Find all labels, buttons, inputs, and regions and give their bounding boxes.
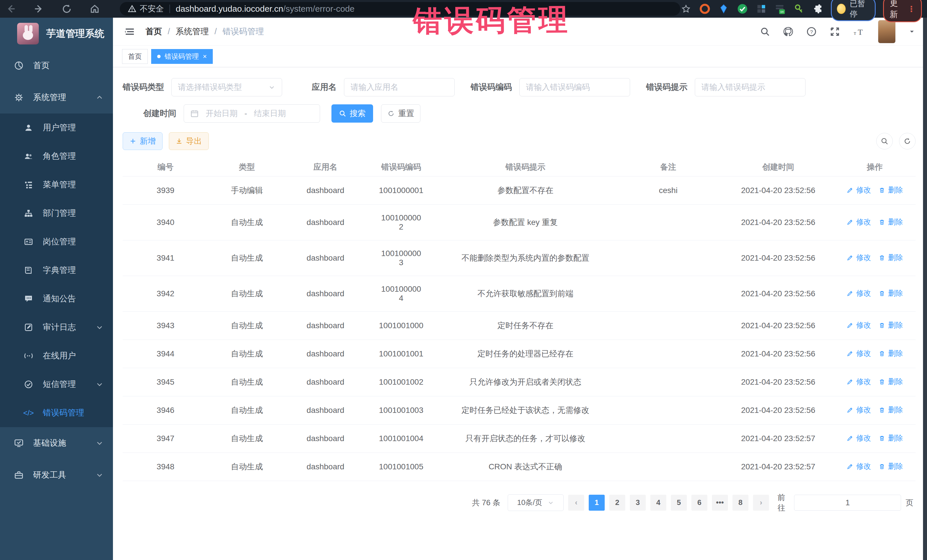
delete-link[interactable]: 删除 [878,405,903,415]
fullscreen-icon[interactable] [830,26,840,37]
warning-icon [128,5,136,13]
tab-home[interactable]: 首页 [122,49,148,64]
edit-link[interactable]: 修改 [846,433,871,443]
delete-link[interactable]: 删除 [878,288,903,298]
browser-forward-icon[interactable] [33,3,44,15]
extension-key-icon[interactable] [793,3,805,15]
extension-orange-icon[interactable] [699,3,711,15]
font-size-icon[interactable]: тT [853,26,865,37]
security-warning[interactable]: 不安全 [128,3,164,14]
page-button-4[interactable]: 4 [650,495,666,511]
sidebar-item-notices[interactable]: 通知公告 [0,285,113,313]
date-range-picker[interactable]: 开始日期 - 结束日期 [184,104,320,123]
sidebar-item-label: 短信管理 [43,379,76,390]
prev-page-button[interactable]: ‹ [568,495,584,511]
app-name-input[interactable] [351,83,448,92]
extension-gem-icon[interactable] [718,3,729,15]
search-button[interactable]: 搜索 [331,104,373,123]
sidebar-item-error-codes[interactable]: </> 错误码管理 [0,399,113,427]
error-code-input[interactable] [526,83,623,92]
delete-link[interactable]: 删除 [878,185,903,195]
sidebar-item-home[interactable]: 首页 [0,50,113,82]
tab-close-icon[interactable]: × [203,53,207,60]
app-logo-row[interactable]: 芋道管理系统 [0,18,113,50]
toggle-search-button[interactable] [876,133,893,149]
add-button-label: 新增 [140,136,156,147]
edit-link[interactable]: 修改 [846,253,871,263]
delete-link[interactable]: 删除 [878,253,903,263]
edit-link[interactable]: 修改 [846,461,871,471]
tab-error-codes[interactable]: 错误码管理 × [151,49,213,64]
address-bar[interactable]: 不安全 dashboard.yudao.iocoder.cn/system/er… [120,2,680,16]
sidebar-item-menus[interactable]: 菜单管理 [0,170,113,199]
page-button-6[interactable]: 6 [691,495,707,511]
page-size-select[interactable]: 10条/页 [508,495,564,511]
sidebar-item-system[interactable]: 系统管理 [0,82,113,114]
browser-update-button[interactable]: 更新 ⋮ [883,0,922,22]
sidebar-item-audit-log[interactable]: 审计日志 [0,313,113,341]
header-search-icon[interactable] [760,27,770,37]
cell-hint: 参数配置不存在 [437,176,614,205]
edit-link[interactable]: 修改 [846,320,871,330]
user-menu-caret-icon[interactable] [908,28,916,35]
page-button-3[interactable]: 3 [630,495,646,511]
table-row: 3944自动生成dashboard1001001001定时任务的处理器已经存在2… [123,340,916,368]
page-button-8[interactable]: 8 [732,495,748,511]
sidebar-item-online-users[interactable]: 在线用户 [0,341,113,370]
paused-label: 已暂停 [850,0,870,19]
browser-home-icon[interactable] [89,3,100,15]
delete-link[interactable]: 删除 [878,433,903,443]
browser-reload-icon[interactable] [61,3,73,15]
extension-green-check-icon[interactable] [737,3,748,15]
github-icon[interactable] [783,26,793,37]
sidebar-item-roles[interactable]: 角色管理 [0,142,113,170]
bookmark-star-icon[interactable] [680,3,692,15]
cell-app: dashboard [286,452,365,481]
edit-link[interactable]: 修改 [846,185,871,195]
sidebar-item-users[interactable]: 用户管理 [0,114,113,142]
browser-back-icon[interactable] [5,3,17,15]
browser-menu-icon[interactable]: ⋮ [907,4,915,14]
extension-on-badge-icon[interactable]: on [774,3,786,15]
delete-link[interactable]: 删除 [878,217,903,227]
page-button-5[interactable]: 5 [671,495,687,511]
breadcrumb-home[interactable]: 首页 [146,26,162,37]
page-ellipsis[interactable]: ••• [712,495,728,511]
delete-link[interactable]: 删除 [878,461,903,471]
col-header-type: 类型 [208,158,285,176]
delete-link[interactable]: 删除 [878,377,903,387]
edit-link[interactable]: 修改 [846,405,871,415]
cell-created: 2021-04-20 23:52:56 [722,240,834,276]
page-button-2[interactable]: 2 [609,495,625,511]
refresh-table-button[interactable] [899,133,916,149]
sidebar-item-sms[interactable]: 短信管理 [0,370,113,399]
extensions-puzzle-icon[interactable] [812,3,824,15]
add-button[interactable]: 新增 [123,132,163,150]
extension-grid-icon[interactable] [755,3,767,15]
sidebar-item-infrastructure[interactable]: 基础设施 [0,427,113,459]
sidebar-item-devtools[interactable]: 研发工具 [0,459,113,491]
sidebar-item-dictionary[interactable]: 字典管理 [0,256,113,285]
page-content: 错误码类型 请选择错误码类型 应用名 错误码编码 错误码提示 [113,67,927,560]
error-hint-input[interactable] [701,83,799,92]
goto-page-input[interactable] [794,495,901,511]
reset-button[interactable]: 重置 [381,104,421,123]
edit-link[interactable]: 修改 [846,348,871,358]
col-header-app: 应用名 [286,158,365,176]
error-type-select[interactable]: 请选择错误码类型 [172,78,282,96]
sidebar-item-departments[interactable]: 部门管理 [0,199,113,228]
breadcrumb-section[interactable]: 系统管理 [176,26,209,37]
delete-link[interactable]: 删除 [878,320,903,330]
next-page-button[interactable]: › [753,495,769,511]
hamburger-icon[interactable] [125,26,135,37]
export-button[interactable]: 导出 [169,132,209,150]
sidebar-item-posts[interactable]: 岗位管理 [0,228,113,256]
delete-link[interactable]: 删除 [878,348,903,358]
edit-link[interactable]: 修改 [846,217,871,227]
edit-link[interactable]: 修改 [846,377,871,387]
user-avatar[interactable] [878,20,896,43]
page-button-1[interactable]: 1 [589,495,605,511]
help-icon[interactable]: ? [806,26,817,37]
profile-paused-badge[interactable]: 已暂停 [831,0,876,21]
edit-link[interactable]: 修改 [846,288,871,298]
